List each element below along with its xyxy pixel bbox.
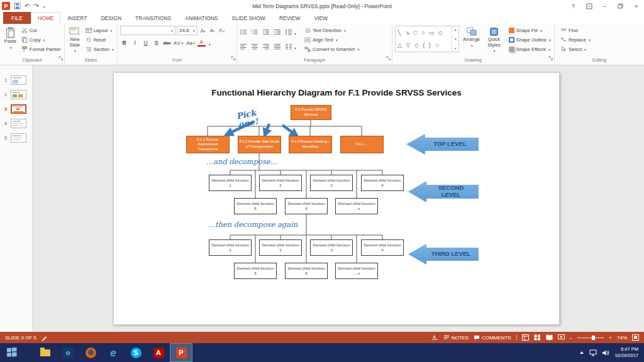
help-button[interactable]: ? [565, 0, 581, 12]
font-color-button[interactable]: A [197, 39, 206, 47]
quick-styles-dropdown-icon[interactable] [492, 48, 495, 54]
zoom-slider[interactable] [577, 337, 604, 338]
tab-insert[interactable]: INSERT [60, 12, 94, 24]
level3-box-6[interactable]: Derived child function 6 [285, 263, 328, 279]
format-painter-button[interactable]: Format Painter [20, 45, 62, 53]
numbering-icon[interactable] [251, 29, 258, 35]
shape-effects-button[interactable]: Shape Effects [508, 45, 552, 53]
bold-button[interactable]: B [120, 38, 128, 47]
layout-dropdown-icon[interactable] [109, 28, 112, 33]
taskbar-adobe-reader[interactable]: A [147, 343, 170, 362]
zoom-out-button[interactable]: – [570, 335, 572, 341]
taskbar-file-explorer[interactable] [34, 343, 57, 362]
qat-customize-icon[interactable] [43, 3, 45, 9]
taskbar-clock[interactable]: 5:47 PM 10/29/2017 [614, 346, 638, 359]
tab-transitions[interactable]: TRANSITIONS [128, 12, 178, 24]
change-case-button[interactable]: Aa [186, 38, 194, 47]
thumbnail-preview[interactable] [11, 90, 26, 99]
level2-box-4[interactable]: Derived child function 4 [361, 175, 404, 191]
shapes-gallery[interactable]: ╲ ↘ □ ○ ▭ ◇ △ ▽ ◇ { } ☆ ▲▼▼ [395, 26, 459, 52]
increase-indent-icon[interactable] [274, 29, 281, 35]
shape-outline-dropdown-icon[interactable] [548, 37, 551, 43]
clear-formatting-button[interactable]: A [218, 26, 226, 35]
align-center-icon[interactable] [251, 43, 258, 50]
level3-box-3[interactable]: Derived child function 3 [310, 239, 353, 256]
start-button[interactable] [0, 343, 24, 362]
replace-dropdown-icon[interactable] [588, 37, 591, 43]
annotation-decompose-again[interactable]: ...then decompose again [208, 220, 297, 229]
convert-smartart-dropdown-icon[interactable] [357, 47, 359, 52]
slide-show-button[interactable] [558, 334, 565, 341]
level3-box-5[interactable]: Derived child function 5 [234, 263, 277, 279]
level2-box-2[interactable]: Derived child function 2 [259, 175, 302, 191]
reading-view-button[interactable] [546, 334, 553, 341]
shape-fill-button[interactable]: Shape Fill [508, 26, 552, 35]
save-icon[interactable] [14, 3, 21, 9]
fit-slide-button[interactable] [632, 334, 639, 341]
copy-dropdown-icon[interactable] [43, 37, 45, 43]
section-button[interactable]: Section [84, 45, 115, 53]
undo-icon[interactable]: ↶ [25, 3, 30, 9]
taskbar-internet-explorer[interactable]: e [102, 343, 125, 362]
level1-box-3[interactable]: F.1.3 Prevent Hacking / Vandalism [289, 136, 332, 153]
bullets-icon[interactable] [240, 29, 247, 35]
level1-box-4[interactable]: F.1.n ... [340, 136, 384, 153]
tab-animations[interactable]: ANIMATIONS [178, 12, 225, 24]
tab-slideshow[interactable]: SLIDE SHOW [225, 12, 272, 24]
slide-canvas[interactable]: Functional Hierarchy Diagram for F.1 Pro… [113, 72, 560, 325]
level3-box-4[interactable]: Derived child function 4 [361, 239, 404, 256]
level3-box-1[interactable]: Derived child function 1 [209, 239, 252, 256]
strikethrough-button[interactable]: abc [163, 38, 171, 47]
justify-icon[interactable] [274, 43, 281, 50]
character-spacing-dropdown-icon[interactable] [180, 40, 184, 46]
slide-sorter-view-button[interactable] [534, 334, 541, 341]
restore-button[interactable] [613, 0, 628, 12]
tab-file[interactable]: FILE [3, 12, 31, 24]
convert-smartart-button[interactable]: Convert to SmartArt [303, 45, 360, 53]
select-button[interactable]: Select [559, 45, 592, 53]
line-spacing-dropdown-icon[interactable] [294, 26, 296, 38]
level2-box-1[interactable]: Derived child function 1 [209, 175, 252, 191]
find-button[interactable]: Find [559, 26, 592, 35]
close-button[interactable]: × [628, 0, 644, 12]
cut-button[interactable]: Cut [20, 26, 62, 35]
level1-box-2[interactable]: F.1.2 Provide Safe Mode of Transportatio… [238, 136, 281, 153]
reset-button[interactable]: Reset [84, 35, 115, 44]
network-icon[interactable] [589, 349, 597, 356]
italic-button[interactable]: I [131, 38, 139, 47]
layout-button[interactable]: Layout [84, 26, 115, 35]
taskbar-firefox[interactable] [79, 343, 102, 362]
tab-design[interactable]: DESIGN [94, 12, 128, 24]
arrange-button[interactable]: Arrange [461, 26, 482, 48]
thumbnail-preview[interactable] [11, 133, 26, 143]
volume-icon[interactable] [602, 349, 609, 356]
thumbnail-slide-3[interactable]: 3 [0, 102, 32, 116]
align-right-icon[interactable] [262, 43, 270, 50]
shapes-gallery-scrollbar[interactable]: ▲▼▼ [452, 26, 458, 52]
taskbar-skype[interactable]: S [125, 343, 147, 362]
level3-box-2[interactable]: Derived child function 2 [259, 239, 302, 256]
zoom-slider-thumb[interactable] [592, 336, 595, 340]
drawing-dialog-launcher[interactable] [548, 52, 553, 63]
quick-styles-button[interactable]: Quick Styles [484, 26, 504, 54]
thumbnail-preview[interactable] [11, 75, 26, 85]
ink-pen-icon[interactable] [41, 334, 48, 341]
font-name-dropdown-icon[interactable] [170, 28, 173, 33]
copy-button[interactable]: Copy [20, 35, 62, 44]
tab-review[interactable]: REVIEW [272, 12, 308, 24]
clipboard-dialog-launcher[interactable] [58, 52, 64, 63]
shapes-row-1[interactable]: ╲ ↘ □ ○ ▭ ◇ [397, 30, 450, 36]
level2-box-6[interactable]: Derived child function 6 [285, 198, 328, 214]
slide-title[interactable]: Functional Hierarchy Diagram for F.1 Pro… [114, 88, 559, 97]
level2-box-3[interactable]: Derived child function 3 [310, 175, 353, 191]
font-color-dropdown-icon[interactable] [208, 37, 211, 48]
comments-toggle[interactable]: COMMENTS [474, 335, 511, 341]
align-left-icon[interactable] [240, 43, 247, 50]
zoom-in-button[interactable]: + [609, 335, 612, 341]
grow-font-button[interactable]: A [199, 26, 207, 35]
show-hidden-icons-button[interactable] [579, 351, 584, 354]
shape-fill-dropdown-icon[interactable] [540, 28, 542, 33]
select-dropdown-icon[interactable] [584, 47, 586, 52]
character-spacing-button[interactable]: AV [174, 38, 184, 47]
spell-check-icon[interactable] [431, 334, 438, 341]
